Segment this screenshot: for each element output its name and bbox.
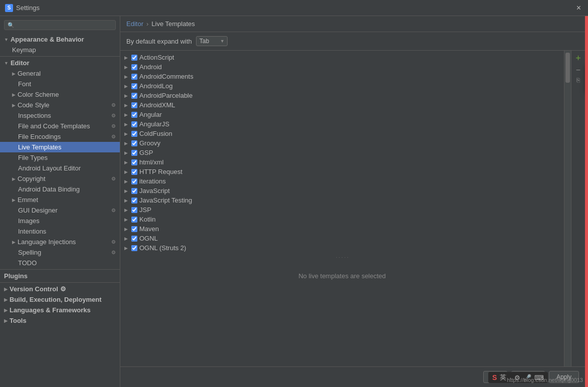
sidebar-item-intentions[interactable]: Intentions	[0, 226, 120, 237]
list-item[interactable]: ▶ OGNL	[120, 234, 564, 243]
list-item[interactable]: ▶ AndroidComments	[120, 72, 564, 81]
expand-select[interactable]: Tab Enter Space	[196, 36, 228, 46]
item-label: JavaScript	[139, 187, 170, 195]
item-checkbox[interactable]	[131, 217, 137, 223]
sidebar-item-file-code-templates[interactable]: File and Code Templates ⚙	[0, 121, 120, 131]
sidebar-item-images[interactable]: Images	[0, 216, 120, 226]
close-button[interactable]: ×	[574, 3, 583, 13]
sidebar-item-label: Appearance & Behavior	[11, 36, 84, 43]
list-item[interactable]: ▶ ColdFusion	[120, 129, 564, 138]
item-checkbox[interactable]	[131, 207, 137, 213]
item-checkbox[interactable]	[131, 150, 137, 156]
list-item[interactable]: ▶ AngularJS	[120, 119, 564, 129]
search-input[interactable]	[17, 22, 112, 29]
list-item[interactable]: ▶ Android	[120, 62, 564, 72]
item-checkbox[interactable]	[131, 131, 137, 137]
breadcrumb-separator: ›	[146, 20, 148, 28]
item-checkbox[interactable]	[131, 159, 137, 165]
sidebar-item-code-style[interactable]: ▶ Code Style ⚙	[0, 100, 120, 110]
sidebar-item-label: Tools	[10, 317, 27, 324]
sidebar-item-android-layout-editor[interactable]: Android Layout Editor	[0, 163, 120, 173]
sidebar-item-label: TODO	[18, 259, 37, 267]
sidebar-item-label: Emmet	[18, 196, 38, 204]
sidebar-item-keymap[interactable]: Keymap	[0, 45, 120, 55]
sidebar-item-plugins[interactable]: Plugins	[0, 271, 120, 281]
sidebar-item-inspections[interactable]: Inspections ⚙	[0, 110, 120, 121]
sidebar-item-appearance[interactable]: ▼ Appearance & Behavior	[0, 34, 120, 45]
content-area: Editor › Live Templates By default expan…	[120, 16, 585, 387]
sidebar-item-font[interactable]: Font	[0, 79, 120, 89]
list-scrollbar[interactable]	[564, 51, 571, 366]
list-item[interactable]: ▶ Groovy	[120, 138, 564, 148]
item-checkbox[interactable]	[131, 121, 137, 127]
item-checkbox[interactable]	[131, 140, 137, 146]
remove-button[interactable]: −	[576, 66, 580, 75]
list-item[interactable]: ▶ AndroidLog	[120, 81, 564, 91]
sidebar-item-android-data-binding[interactable]: Android Data Binding	[0, 184, 120, 195]
list-item[interactable]: ▶ Angular	[120, 110, 564, 119]
sidebar-item-label: Images	[18, 217, 40, 225]
sidebar-item-color-scheme[interactable]: ▶ Color Scheme	[0, 89, 120, 100]
right-decoration-bar	[585, 16, 588, 387]
list-item[interactable]: ▶ html/xml	[120, 157, 564, 167]
sidebar-item-editor[interactable]: ▼ Editor	[0, 58, 120, 68]
list-item[interactable]: ▶ ActionScript	[120, 53, 564, 62]
sidebar-item-spelling[interactable]: Spelling ⚙	[0, 247, 120, 258]
sidebar-item-version-control[interactable]: ▶ Version Control ⚙	[0, 284, 120, 294]
item-checkbox[interactable]	[131, 83, 137, 89]
list-item[interactable]: ▶ JavaScript Testing	[120, 196, 564, 205]
list-item[interactable]: ▶ HTTP Request	[120, 167, 564, 176]
sidebar-item-build-execution[interactable]: ▶ Build, Execution, Deployment	[0, 294, 120, 305]
add-button[interactable]: +	[573, 53, 583, 64]
expand-select-wrapper[interactable]: Tab Enter Space ▼	[196, 36, 228, 46]
sidebar-item-tools[interactable]: ▶ Tools	[0, 315, 120, 326]
item-checkbox[interactable]	[131, 226, 137, 232]
item-checkbox[interactable]	[131, 112, 137, 118]
item-checkbox[interactable]	[131, 102, 137, 108]
search-box[interactable]: 🔍	[4, 20, 116, 30]
expand-arrow: ▶	[12, 103, 16, 108]
item-checkbox[interactable]	[131, 198, 137, 204]
breadcrumb-parent[interactable]: Editor	[126, 20, 143, 28]
list-item[interactable]: ▶ OGNL (Struts 2)	[120, 243, 564, 253]
item-checkbox[interactable]	[131, 236, 137, 242]
list-item[interactable]: ▶ GSP	[120, 148, 564, 157]
sidebar-item-todo[interactable]: TODO	[0, 258, 120, 268]
list-item[interactable]: ▶ Kotlin	[120, 215, 564, 224]
toolbar: By default expand with Tab Enter Space ▼	[120, 32, 585, 51]
list-item[interactable]: ▶ AndroidParcelable	[120, 91, 564, 100]
list-item[interactable]: ▶ Maven	[120, 224, 564, 234]
list-item[interactable]: ▶ JSP	[120, 205, 564, 215]
expand-label: By default expand with	[126, 38, 192, 45]
window-title: Settings	[16, 4, 40, 12]
list-item[interactable]: ▶ JavaScript	[120, 186, 564, 196]
item-checkbox[interactable]	[131, 64, 137, 70]
item-checkbox[interactable]	[131, 74, 137, 80]
copy-button[interactable]: ⎘	[576, 77, 580, 84]
sidebar-item-language-injections[interactable]: ▶ Language Injections ⚙	[0, 237, 120, 247]
sidebar-item-file-encodings[interactable]: File Encodings ⚙	[0, 131, 120, 142]
list-item[interactable]: ▶ iterations	[120, 176, 564, 186]
sidebar-item-label: Keymap	[12, 46, 36, 54]
sidebar-item-general[interactable]: ▶ General	[0, 68, 120, 79]
sidebar-item-live-templates[interactable]: Live Templates	[0, 142, 120, 152]
sidebar-item-gui-designer[interactable]: GUI Designer ⚙	[0, 205, 120, 216]
expand-arrow: ▶	[124, 217, 129, 222]
item-checkbox[interactable]	[131, 169, 137, 175]
sidebar-item-copyright[interactable]: ▶ Copyright ⚙	[0, 173, 120, 184]
sidebar-item-emmet[interactable]: ▶ Emmet	[0, 195, 120, 205]
item-checkbox[interactable]	[131, 188, 137, 194]
list-item[interactable]: ▶ AndroidXML	[120, 100, 564, 110]
item-checkbox[interactable]	[131, 178, 137, 184]
scrollbar-thumb[interactable]	[565, 53, 570, 83]
item-label: ColdFusion	[139, 130, 172, 137]
item-checkbox[interactable]	[131, 55, 137, 61]
lang-indicator[interactable]: 英	[500, 373, 506, 382]
template-list: ▶ ActionScript ▶ Android ▶ AndroidCommen…	[120, 51, 564, 366]
item-checkbox[interactable]	[131, 245, 137, 251]
expand-arrow: ▼	[4, 37, 9, 42]
sidebar-item-label: Live Templates	[18, 143, 61, 151]
sidebar-item-file-types[interactable]: File Types	[0, 152, 120, 163]
sidebar-item-languages-frameworks[interactable]: ▶ Languages & Frameworks	[0, 305, 120, 315]
item-checkbox[interactable]	[131, 93, 137, 99]
